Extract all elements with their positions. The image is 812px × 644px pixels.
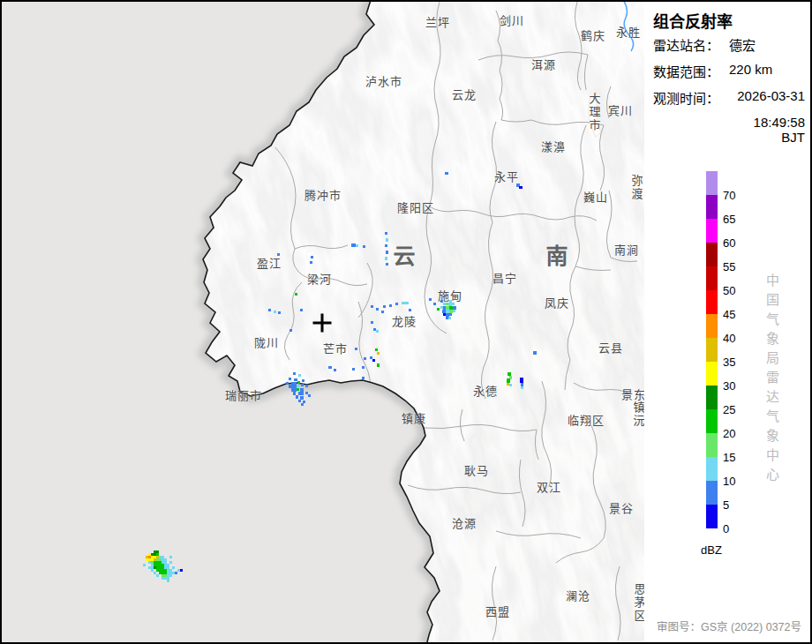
legend-tick-label: 60 bbox=[723, 236, 735, 250]
legend-tick-label: 20 bbox=[723, 427, 735, 440]
radar-map-canvas: 兰坪剑川鹤庆永胜泸水市洱源云龙大理市宾川漾濞永平巍山弥渡腾冲市隆阳区南涧云南盈江… bbox=[2, 2, 644, 642]
legend-tick-label: 65 bbox=[723, 213, 735, 226]
obs-date-value: 2026-03-31 bbox=[729, 88, 805, 107]
station-label: 雷达站名： bbox=[653, 35, 729, 54]
legend-tick-label: 55 bbox=[723, 260, 735, 273]
product-title: 组合反射率 bbox=[653, 9, 733, 32]
legend-color-segment: 15 bbox=[706, 433, 718, 457]
legend-color-segment: 50 bbox=[706, 266, 718, 290]
map-approval-caption: 审图号：GS京 (2022) 0372号 bbox=[657, 618, 801, 634]
legend-color-segment: 10 bbox=[706, 457, 718, 481]
legend-tick-label: 40 bbox=[723, 332, 735, 345]
legend-tick-label: 15 bbox=[723, 451, 735, 464]
legend-tick-label: 10 bbox=[723, 475, 735, 488]
legend-color-segment: 20 bbox=[706, 409, 718, 433]
legend-tick-label: 35 bbox=[723, 356, 735, 369]
obs-time-label: 观测时间： bbox=[653, 88, 729, 107]
legend-tick-label: 30 bbox=[723, 379, 735, 393]
legend-color-segment: 5 bbox=[706, 481, 718, 505]
legend-color-segment: 0 bbox=[706, 505, 718, 528]
legend-tick-label: 0 bbox=[723, 522, 729, 535]
legend-tick-label: 25 bbox=[723, 403, 735, 416]
legend-tick-label: 70 bbox=[723, 189, 735, 202]
legend-tick-label: 5 bbox=[723, 498, 729, 512]
legend-tick-label: 50 bbox=[723, 284, 735, 297]
legend-color-segment: 65 bbox=[706, 195, 718, 219]
range-row: 数据范围： 220 km bbox=[653, 62, 805, 80]
radar-viewer-window: 兰坪剑川鹤庆永胜泸水市洱源云龙大理市宾川漾濞永平巍山弥渡腾冲市隆阳区南涧云南盈江… bbox=[0, 0, 812, 644]
legend-color-segment: 25 bbox=[706, 386, 718, 409]
radar-info-block: 雷达站名： 德宏 数据范围： 220 km 观测时间： 2026-03-31 1… bbox=[653, 35, 805, 153]
legend-units-label: dBZ bbox=[701, 543, 722, 557]
radar-site-cross-marker bbox=[313, 314, 332, 333]
legend-tick-label: 45 bbox=[723, 308, 735, 321]
legend-color-segment: 40 bbox=[706, 314, 718, 338]
legend-color-segment: 60 bbox=[706, 219, 718, 243]
obs-clock-row: 18:49:58 BJT bbox=[653, 115, 805, 145]
station-value: 德宏 bbox=[729, 35, 805, 54]
cma-watermark: 中国气象局雷达气象中心 bbox=[763, 273, 781, 487]
legend-color-segment: 55 bbox=[706, 243, 718, 266]
station-row: 雷达站名： 德宏 bbox=[653, 35, 805, 54]
obs-clock-value: 18:49:58 BJT bbox=[729, 115, 805, 145]
info-panel: 组合反射率 雷达站名： 德宏 数据范围： 220 km 观测时间： 2026-0… bbox=[644, 2, 810, 642]
reflectivity-color-scale: 7065605550454035302520151050 bbox=[706, 171, 759, 528]
obs-time-row: 观测时间： 2026-03-31 bbox=[653, 88, 805, 107]
legend-color-segment: 45 bbox=[706, 290, 718, 314]
legend-color-segment: 70 bbox=[706, 171, 718, 195]
range-label: 数据范围： bbox=[653, 62, 729, 80]
legend-color-segment: 35 bbox=[706, 338, 718, 362]
range-value: 220 km bbox=[729, 62, 805, 80]
legend-color-segment: 30 bbox=[706, 362, 718, 386]
